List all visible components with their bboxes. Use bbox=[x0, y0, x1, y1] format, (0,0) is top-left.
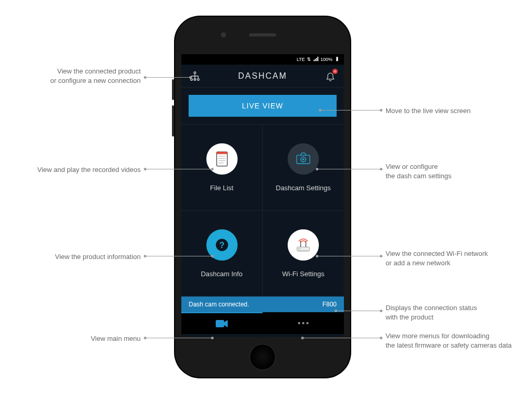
signal-icon bbox=[313, 56, 318, 63]
svg-point-20 bbox=[300, 248, 301, 249]
battery-pct: 100% bbox=[320, 57, 332, 62]
leader-line bbox=[302, 338, 381, 338]
callout-dashcam-settings: View or configurethe dash cam settings bbox=[386, 162, 521, 180]
tile-wifi-settings[interactable]: Wi-Fi Settings bbox=[263, 211, 344, 297]
connection-status-bar: Dash cam connected. F800 bbox=[181, 297, 344, 312]
menu-grid: File List Dashcam Settings bbox=[181, 125, 344, 297]
callout-status: Displays the connection statuswith the p… bbox=[386, 303, 521, 322]
svg-point-23 bbox=[302, 322, 304, 324]
app-header: DASHCAM N bbox=[181, 65, 344, 88]
phone-screen: LTE ⇅ 100% DASHCAM N bbox=[181, 54, 344, 337]
status-model: F800 bbox=[323, 301, 337, 308]
tile-dashcam-settings[interactable]: Dashcam Settings bbox=[263, 125, 344, 211]
tile-dashcam-info[interactable]: ? Dashcam Info bbox=[181, 211, 263, 297]
status-bar: LTE ⇅ 100% bbox=[181, 54, 344, 65]
callout-live-view: Move to the live view screen bbox=[386, 106, 521, 116]
svg-point-24 bbox=[306, 322, 308, 324]
svg-point-22 bbox=[298, 322, 300, 324]
callout-dashcam-info: View the product information bbox=[10, 252, 141, 262]
notif-badge: N bbox=[332, 69, 338, 74]
updown-icon: ⇅ bbox=[307, 57, 311, 62]
home-button[interactable] bbox=[250, 344, 276, 370]
leader-line bbox=[145, 338, 213, 338]
leader-line bbox=[145, 77, 191, 78]
svg-point-0 bbox=[194, 71, 196, 73]
callout-wifi-settings: View the connected Wi-Fi networkor add a… bbox=[386, 249, 521, 267]
callout-file-list: View and play the recorded videos bbox=[10, 165, 141, 175]
battery-icon bbox=[335, 56, 340, 63]
svg-point-19 bbox=[298, 248, 299, 249]
svg-rect-21 bbox=[216, 320, 224, 327]
leader-line bbox=[317, 256, 381, 256]
leader-line bbox=[145, 256, 213, 256]
nav-more-menu[interactable] bbox=[263, 312, 344, 334]
leader-line bbox=[317, 169, 381, 169]
svg-point-12 bbox=[302, 158, 304, 161]
callout-main-menu: View main menu bbox=[10, 334, 141, 343]
more-icon bbox=[297, 322, 310, 325]
svg-rect-16 bbox=[298, 251, 309, 252]
leader-line bbox=[336, 311, 381, 311]
bottom-nav bbox=[181, 312, 344, 334]
phone-speaker bbox=[249, 33, 276, 36]
front-camera-dot bbox=[221, 32, 226, 38]
app-title: DASHCAM bbox=[238, 71, 287, 81]
tile-file-list[interactable]: File List bbox=[181, 125, 263, 211]
svg-rect-5 bbox=[216, 152, 227, 154]
live-view-button[interactable]: LIVE VIEW bbox=[189, 95, 337, 117]
lte-label: LTE bbox=[296, 57, 305, 62]
nav-main-menu[interactable] bbox=[181, 312, 263, 334]
tile-label: Wi-Fi Settings bbox=[282, 270, 325, 278]
dashcam-settings-icon bbox=[288, 143, 319, 175]
live-view-wrap: LIVE VIEW bbox=[181, 88, 344, 125]
wifi-settings-icon bbox=[288, 229, 319, 261]
status-text: Dash cam connected. bbox=[189, 301, 249, 308]
camera-icon bbox=[215, 319, 229, 328]
leader-line bbox=[145, 169, 213, 169]
tile-label: Dashcam Settings bbox=[276, 184, 331, 192]
leader-line bbox=[320, 110, 381, 110]
phone-top bbox=[175, 17, 350, 53]
tile-label: Dashcam Info bbox=[201, 270, 242, 278]
tile-label: File List bbox=[210, 184, 233, 192]
callout-connected-product: View the connected productor configure a… bbox=[10, 67, 141, 85]
phone-frame: LTE ⇅ 100% DASHCAM N bbox=[175, 17, 350, 377]
svg-point-3 bbox=[197, 78, 200, 80]
callout-more-menu: View more menus for downloadingthe lates… bbox=[386, 331, 531, 350]
svg-text:?: ? bbox=[219, 240, 225, 250]
bell-icon[interactable]: N bbox=[324, 70, 337, 82]
